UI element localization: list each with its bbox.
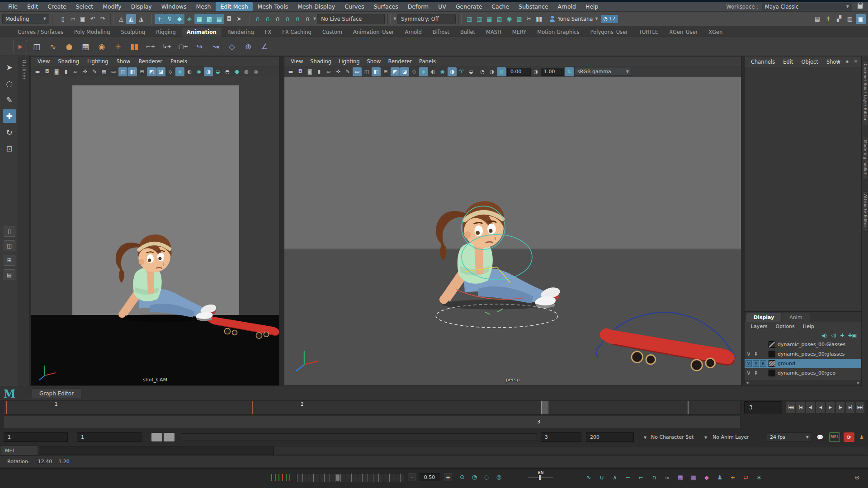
bn-slider-thumb[interactable] — [539, 475, 541, 480]
layer-playback-toggle[interactable]: P — [753, 370, 759, 376]
menu-mesh[interactable]: Mesh — [192, 2, 216, 11]
resolution-gate-icon[interactable]: ◫ — [118, 67, 127, 76]
layer-display-type-toggle[interactable] — [760, 351, 766, 357]
attribute-editor-icon[interactable]: ▥ — [845, 14, 855, 24]
isolate-select-icon[interactable]: ◎ — [251, 67, 260, 76]
menu-curves[interactable]: Curves — [340, 2, 368, 11]
ruler-handle[interactable] — [336, 474, 340, 481]
joints-xray-icon[interactable]: ◉ — [438, 67, 447, 76]
character-icon[interactable]: ♟ — [714, 472, 725, 483]
shadows-icon[interactable]: ◩ — [391, 67, 400, 76]
2d-pan-zoom-icon[interactable]: ✜ — [80, 67, 90, 76]
two-pane-layout-button[interactable]: ◫ — [4, 240, 15, 251]
outliner-collapsed-panel[interactable]: Outliner — [19, 56, 30, 386]
shaded-icon[interactable]: ◫ — [362, 67, 371, 76]
move-tool[interactable]: ✚ — [3, 109, 16, 123]
step-forward-key-button[interactable]: ▶| — [845, 401, 855, 413]
shelf-tab-polygons-user[interactable]: Polygons_User — [585, 28, 633, 37]
chevron-down-icon[interactable]: ▼ — [393, 17, 396, 21]
menu-uv[interactable]: UV — [434, 2, 451, 11]
clamped-tangent-icon[interactable]: ∪ — [596, 472, 607, 483]
shaded-icon[interactable]: ◆ — [175, 67, 184, 76]
layer-row-ground[interactable]: V P R ground — [745, 359, 861, 368]
shelf-tab-xgen[interactable]: XGen — [703, 28, 727, 37]
ik-handle-icon[interactable]: ↪ — [193, 40, 206, 53]
image-plane-icon[interactable]: ▱ — [324, 67, 333, 76]
range-handle-right[interactable] — [164, 433, 175, 441]
layer-editor-tab-anim[interactable]: Anim — [782, 313, 809, 322]
anim-layer-dropdown[interactable]: No Anim Layer — [712, 432, 749, 442]
snap-point-icon[interactable]: ◆ — [175, 14, 184, 24]
zoom-out-button[interactable]: – — [408, 473, 416, 481]
multisample-icon[interactable]: ● — [232, 67, 241, 76]
step-forward-frame-button[interactable]: |▶ — [835, 401, 845, 413]
time-scale-field[interactable]: 0.50 — [419, 473, 440, 481]
layer-color-swatch[interactable] — [769, 360, 775, 367]
shelf-tab-sculpting[interactable]: Sculpting — [116, 28, 150, 37]
motion-blur-icon[interactable]: ◇ — [410, 67, 419, 76]
wrap-deformer-icon[interactable]: ◉ — [95, 40, 108, 53]
anim-snapshot-icon[interactable]: ◫ — [30, 40, 43, 53]
render-settings-icon[interactable]: ▨ — [514, 14, 524, 24]
layer-from-selected-icon[interactable]: ✚▣ — [848, 333, 857, 338]
outliner-persp-layout-button[interactable]: ▤ — [4, 269, 15, 280]
colorspace-dropdown[interactable]: sRGB gamma ▼ — [574, 68, 632, 76]
exposure-field[interactable]: 0.00 — [507, 68, 531, 76]
input-connections-icon[interactable]: ▥ — [464, 14, 474, 24]
motion-blur-icon[interactable]: ◓ — [223, 67, 232, 76]
current-frame-field[interactable]: 3 — [744, 401, 782, 413]
mash-editor-icon[interactable]: ▩ — [688, 472, 699, 483]
paint-fx-icon[interactable]: ◒ — [467, 67, 476, 76]
shelf-tab-animation[interactable]: Animation — [182, 28, 222, 37]
vpl-menu-lighting[interactable]: Lighting — [84, 58, 112, 65]
vpr-menu-shading[interactable]: Shading — [307, 58, 335, 65]
plateau-tangent-icon[interactable]: ∩ — [649, 472, 660, 483]
select-component-icon[interactable]: ◮ — [136, 14, 146, 24]
chevron-down-icon[interactable]: ▼ — [644, 436, 646, 440]
shelf-tab-fx[interactable]: FX — [260, 28, 277, 37]
play-backwards-button[interactable]: ◀ — [816, 401, 825, 413]
modeling-toolkit-icon[interactable]: ▞ — [834, 14, 844, 24]
time-slider-lower-strip[interactable] — [4, 416, 741, 428]
layer-color-swatch[interactable] — [769, 341, 775, 348]
layer-playback-toggle[interactable]: P — [753, 351, 759, 357]
divider[interactable] — [387, 14, 391, 24]
cluster-icon[interactable]: ● — [62, 40, 76, 53]
live-surface-field[interactable]: No Live Surface — [317, 14, 385, 23]
menu-set-dropdown[interactable]: Modeling ▼ — [2, 14, 49, 23]
ao-icon[interactable]: ◒ — [213, 67, 222, 76]
layer-row-glasses[interactable]: V P dynamic_poses_00:glasses — [745, 349, 861, 359]
menu-file[interactable]: File — [4, 2, 22, 11]
channel-box-empty-area[interactable] — [745, 67, 861, 311]
motion-trail-icon[interactable]: ∿ — [46, 40, 60, 53]
frame-all-icon[interactable]: ⊙ — [458, 472, 467, 482]
select-hierarchy-icon[interactable]: ◬ — [116, 14, 126, 24]
shelf-tab-mery[interactable]: MERY — [507, 28, 531, 37]
symmetry-field[interactable]: Symmetry: Off — [397, 14, 456, 23]
scroll-right-icon[interactable]: ▶ — [858, 381, 860, 385]
layer-visible-toggle[interactable] — [745, 341, 752, 348]
pose-editor-icon[interactable]: ◆ — [701, 472, 712, 483]
lattice-icon[interactable]: ▦ — [79, 40, 92, 53]
gate-mask-icon[interactable]: ◧ — [128, 67, 137, 76]
chevron-down-icon[interactable]: ▼ — [313, 17, 316, 21]
vpr-menu-view[interactable]: View — [287, 58, 307, 65]
graph-editor-tab[interactable]: Graph Editor — [32, 388, 81, 399]
grid-icon[interactable]: ▦ — [99, 67, 108, 76]
command-line-result[interactable] — [276, 446, 866, 455]
step-tangent-icon[interactable]: ⌐ — [636, 472, 646, 483]
ik-spline-icon[interactable]: ↝ — [209, 40, 222, 53]
animation-prefs-icon[interactable]: ♟ — [856, 432, 867, 442]
edge-tab-attribute-editor[interactable]: Attribute Editor — [863, 191, 868, 232]
command-line-language-toggle[interactable]: MEL — [0, 446, 38, 455]
grease-pencil-icon[interactable]: ✎ — [90, 67, 99, 76]
output-connections-icon[interactable]: ▥ — [474, 14, 484, 24]
scale-tool[interactable]: ⊡ — [3, 142, 16, 155]
snap-curve-icon[interactable]: ↯ — [165, 14, 175, 24]
channel-box-menu-edit[interactable]: Edit — [779, 58, 797, 66]
open-scene-icon[interactable]: ▱ — [68, 14, 78, 24]
shot-cam-canvas[interactable]: shot_CAM — [31, 77, 279, 385]
view-transform-icon[interactable]: ▥ — [497, 67, 506, 76]
menu-windows[interactable]: Windows — [157, 2, 191, 11]
settings-gear-icon[interactable]: ⊛ — [852, 472, 863, 483]
